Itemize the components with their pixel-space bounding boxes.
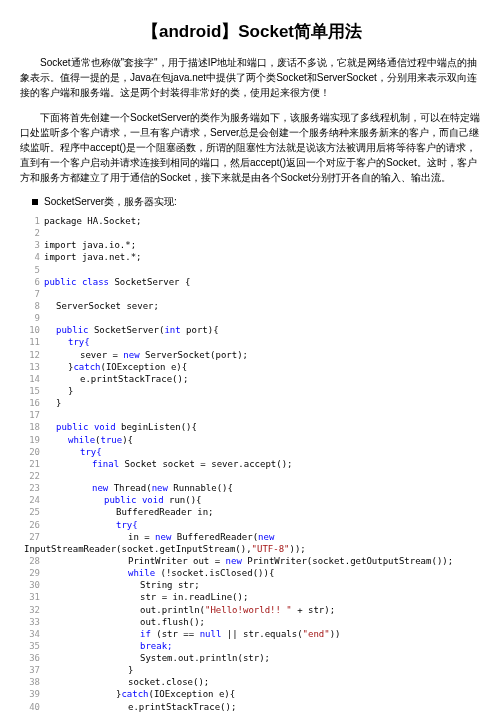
section-server: SocketServer类，服务器实现: (32, 195, 484, 209)
intro-paragraph-1: Socket通常也称做"套接字"，用于描述IP地址和端口，废话不多说，它就是网络… (20, 55, 484, 100)
intro-paragraph-2: 下面将首先创建一个SocketServer的类作为服务端如下，该服务端实现了多线… (20, 110, 484, 185)
code-server: 1package HA.Socket; 2 3import java.io.*;… (24, 215, 484, 713)
bullet-icon (32, 199, 38, 205)
page-title: 【android】Socket简单用法 (20, 20, 484, 43)
